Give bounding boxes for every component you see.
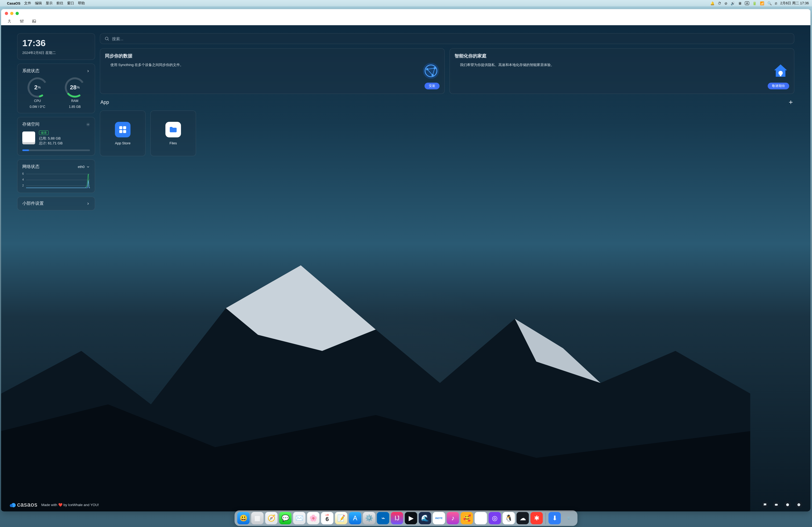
menu-file[interactable]: 文件 bbox=[24, 1, 31, 6]
mac-dock: 😃▦🧭💬✉️🌸2月6📝A⚙️⌁IJ▶🌊iNOTE♪🥰◑◎🐧☁✱⬇🗑️ bbox=[235, 510, 578, 526]
svg-point-3 bbox=[23, 20, 23, 21]
search-icon bbox=[104, 36, 109, 41]
casaos-logo: casaos bbox=[9, 501, 38, 508]
dock-item-photos[interactable]: 🌸 bbox=[307, 512, 320, 524]
wifi-icon[interactable]: 📶 bbox=[760, 1, 764, 5]
app-tile-appstore[interactable]: App Store bbox=[100, 110, 146, 156]
dock-item-purple-app[interactable]: ◎ bbox=[489, 512, 501, 524]
dock-item-calendar[interactable]: 2月6 bbox=[321, 512, 334, 524]
search-bar[interactable] bbox=[100, 33, 794, 44]
dock-item-messages[interactable]: 💬 bbox=[279, 512, 292, 524]
dashboard-footer: casaos Made with ❤️ by IceWhale and YOU! bbox=[9, 501, 802, 508]
menubar-app-name[interactable]: CasaOS bbox=[7, 1, 20, 5]
feedback-icon[interactable] bbox=[762, 501, 768, 508]
tray-icon-1[interactable]: ⏱ bbox=[718, 1, 721, 5]
clock-card: 17:36 2024年2月6日 星期二 bbox=[17, 33, 95, 60]
dock-item-launchpad[interactable]: ▦ bbox=[251, 512, 264, 524]
window-zoom-button[interactable] bbox=[16, 12, 19, 15]
tray-icon-2[interactable]: ⊘ bbox=[724, 1, 727, 5]
dock-item-edge[interactable]: ◑ bbox=[475, 512, 487, 524]
spotlight-icon[interactable]: 🔍 bbox=[767, 1, 772, 5]
dock-item-qq[interactable]: 🐧 bbox=[503, 512, 515, 524]
cpu-unit: % bbox=[38, 86, 41, 89]
dock-item-downloads[interactable]: ⬇ bbox=[549, 512, 561, 524]
net-tick-4: 4 bbox=[22, 178, 24, 181]
dock-item-trash[interactable]: 🗑️ bbox=[563, 512, 575, 524]
display-icon[interactable]: 🖥 bbox=[738, 1, 742, 5]
dock-item-inote[interactable]: iNOTE bbox=[433, 512, 445, 524]
disk-icon bbox=[22, 132, 35, 144]
menu-go[interactable]: 前往 bbox=[56, 1, 63, 6]
sliders-icon[interactable] bbox=[19, 19, 24, 25]
app-window: 17:36 2024年2月6日 星期二 系统状态 2% bbox=[1, 9, 810, 511]
app-tile-label: Files bbox=[170, 141, 177, 145]
menubar-clock[interactable]: 2月6日 周二 17:36 bbox=[780, 1, 809, 6]
dock-item-emoji[interactable]: 🥰 bbox=[461, 512, 473, 524]
menu-edit[interactable]: 编辑 bbox=[35, 1, 42, 6]
svg-point-2 bbox=[21, 21, 22, 22]
storage-used: 已用: 5.88 GB bbox=[39, 136, 62, 141]
dock-item-music[interactable]: ♪ bbox=[447, 512, 459, 524]
folder-icon bbox=[169, 125, 178, 134]
cpu-value: 2 bbox=[34, 84, 38, 91]
image-icon[interactable] bbox=[32, 19, 37, 25]
dock-item-safari[interactable]: 🧭 bbox=[265, 512, 278, 524]
dock-item-term1[interactable]: ▶ bbox=[405, 512, 417, 524]
system-status-title: 系统状态 bbox=[22, 68, 40, 74]
app-tile-label: App Store bbox=[115, 141, 130, 145]
app-tile-files[interactable]: Files bbox=[150, 110, 196, 156]
system-status-card[interactable]: 系统状态 2% CPU 0.0W / 0°C bbox=[17, 64, 95, 113]
discord-icon[interactable] bbox=[773, 501, 780, 508]
chevron-down-icon bbox=[86, 165, 90, 169]
input-source-icon[interactable]: A bbox=[745, 1, 749, 5]
promo-home-title: 智能化你的家庭 bbox=[454, 53, 789, 59]
window-close-button[interactable] bbox=[5, 12, 8, 15]
dock-item-cloud-app[interactable]: ☁ bbox=[517, 512, 529, 524]
dock-item-notes[interactable]: 📝 bbox=[335, 512, 347, 524]
ram-sub: 1.85 GB bbox=[69, 105, 81, 109]
user-icon[interactable] bbox=[7, 19, 12, 25]
promo-sync-desc: 使用 Syncthing 在多个设备之间同步你的文件。 bbox=[105, 62, 418, 79]
network-iface-selector[interactable]: eth0 bbox=[78, 165, 90, 169]
dock-item-mail[interactable]: ✉️ bbox=[293, 512, 306, 524]
widgets-settings-card[interactable]: 小部件设置 bbox=[17, 197, 95, 210]
dock-item-finder[interactable]: 😃 bbox=[237, 512, 250, 524]
storage-progress bbox=[22, 149, 90, 151]
svg-rect-21 bbox=[775, 504, 778, 506]
apps-section-header: App bbox=[100, 98, 794, 106]
dock-item-red-app[interactable]: ✱ bbox=[531, 512, 543, 524]
add-app-button[interactable] bbox=[788, 99, 794, 105]
dock-item-wave[interactable]: 🌊 bbox=[419, 512, 431, 524]
svg-point-6 bbox=[88, 124, 89, 125]
volume-icon[interactable]: 🔊 bbox=[731, 1, 735, 5]
gear-icon[interactable] bbox=[86, 123, 90, 126]
svg-point-0 bbox=[9, 20, 10, 21]
menu-help[interactable]: 帮助 bbox=[78, 1, 85, 6]
github-icon[interactable] bbox=[784, 501, 791, 508]
chevron-right-icon bbox=[86, 202, 90, 206]
dock-item-settings[interactable]: ⚙️ bbox=[363, 512, 375, 524]
svg-rect-15 bbox=[119, 126, 122, 129]
bell-icon[interactable]: 🔔 bbox=[710, 1, 714, 5]
promo-home-button[interactable]: 敬请期待 bbox=[768, 82, 789, 89]
promo-sync-card: 同步你的数据 使用 Syncthing 在多个设备之间同步你的文件。 安装 bbox=[100, 48, 445, 94]
svg-rect-16 bbox=[123, 126, 126, 129]
menu-view[interactable]: 显示 bbox=[46, 1, 53, 6]
control-center-icon[interactable]: ⎚ bbox=[775, 1, 777, 5]
ram-value: 28 bbox=[70, 84, 76, 91]
promo-home-card: 智能化你的家庭 我们希望为你提供隐私、高速和本地化存储的智能家居体验。 敬请期待 bbox=[450, 48, 794, 94]
chat-icon[interactable] bbox=[795, 501, 802, 508]
widgets-title: 小部件设置 bbox=[22, 201, 44, 206]
dock-item-vscode[interactable]: ⌁ bbox=[377, 512, 389, 524]
svg-rect-18 bbox=[123, 130, 126, 133]
dock-item-intellij[interactable]: IJ bbox=[391, 512, 403, 524]
cpu-gauge: 2% CPU 0.0W / 0°C bbox=[27, 76, 48, 109]
window-minimize-button[interactable] bbox=[10, 12, 13, 15]
menu-window[interactable]: 窗口 bbox=[67, 1, 74, 6]
promo-sync-button[interactable]: 安装 bbox=[424, 82, 439, 89]
battery-icon[interactable]: 🔋 bbox=[752, 1, 757, 5]
casaos-logo-text: casaos bbox=[17, 501, 38, 508]
net-tick-6: 6 bbox=[22, 172, 24, 175]
dock-item-appstore[interactable]: A bbox=[349, 512, 361, 524]
search-input[interactable] bbox=[112, 36, 790, 41]
